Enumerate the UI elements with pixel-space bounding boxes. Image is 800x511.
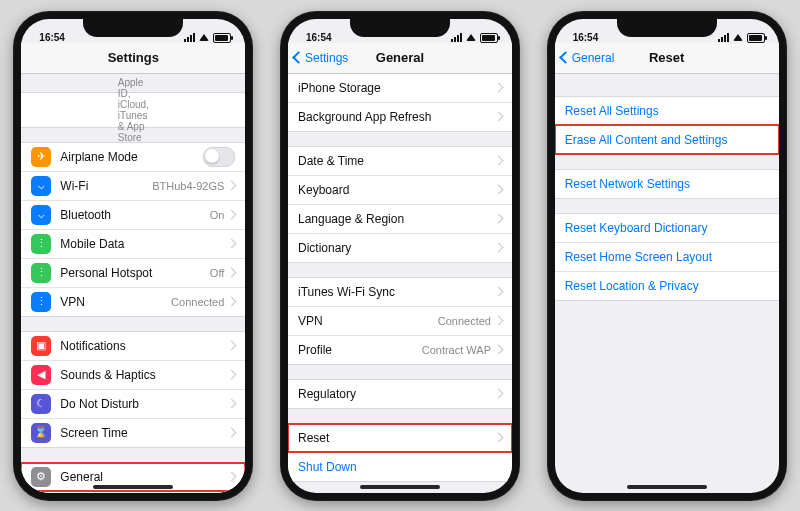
row-reset-network-settings[interactable]: Reset Network Settings [555, 170, 779, 198]
nav-bar: General Reset [555, 43, 779, 74]
row-value: Off [210, 267, 224, 279]
status-time: 16:54 [306, 32, 332, 43]
battery-icon [747, 33, 765, 43]
row-general[interactable]: ⚙General [21, 463, 245, 491]
row-mobile-data[interactable]: ⋮Mobile Data [21, 229, 245, 258]
chevron-left-icon [559, 51, 572, 64]
shut-down-row[interactable]: Shut Down [288, 453, 512, 481]
row-keyboard[interactable]: Keyboard [288, 175, 512, 204]
reset-list[interactable]: Reset All SettingsErase All Content and … [555, 74, 779, 493]
row-background-app-refresh[interactable]: Background App Refresh [288, 102, 512, 131]
chevron-right-icon [227, 181, 237, 191]
chevron-right-icon [227, 399, 237, 409]
row-label: Keyboard [298, 183, 495, 197]
nav-bar: Settings [21, 43, 245, 74]
row-profile[interactable]: ProfileContract WAP [288, 335, 512, 364]
page-title: Settings [108, 50, 159, 65]
general-icon: ⚙ [31, 467, 51, 487]
status-time: 16:54 [573, 32, 599, 43]
back-label: Settings [305, 51, 348, 65]
chevron-right-icon [227, 297, 237, 307]
regulatory-group: Regulatory [288, 379, 512, 409]
iphone-frame-2: 16:54 Settings General iPhone StorageBac… [280, 11, 520, 501]
row-reset-location-privacy[interactable]: Reset Location & Privacy [555, 271, 779, 300]
row-screen-time[interactable]: ⌛Screen Time [21, 418, 245, 447]
row-language-region[interactable]: Language & Region [288, 204, 512, 233]
chevron-right-icon [227, 268, 237, 278]
row-value: Contract WAP [422, 344, 491, 356]
chevron-right-icon [494, 345, 504, 355]
row-label: Profile [298, 343, 422, 357]
alerts-group: ▣Notifications◀Sounds & Haptics☾Do Not D… [21, 331, 245, 448]
back-button[interactable]: Settings [294, 43, 348, 73]
home-indicator[interactable] [627, 485, 707, 489]
chevron-right-icon [227, 472, 237, 482]
notify-icon: ▣ [31, 336, 51, 356]
dnd-icon: ☾ [31, 394, 51, 414]
home-indicator[interactable] [360, 485, 440, 489]
row-sounds-haptics[interactable]: ◀Sounds & Haptics [21, 360, 245, 389]
general-list[interactable]: iPhone StorageBackground App Refresh Dat… [288, 74, 512, 493]
row-date-time[interactable]: Date & Time [288, 147, 512, 175]
row-regulatory[interactable]: Regulatory [288, 380, 512, 408]
row-label: Background App Refresh [298, 110, 495, 124]
row-label: Airplane Mode [60, 150, 203, 164]
back-label: General [572, 51, 615, 65]
apple-id-row[interactable]: Apple ID, iCloud, iTunes & App Store [21, 93, 245, 127]
battery-icon [213, 33, 231, 43]
row-bluetooth[interactable]: ⌵BluetoothOn [21, 200, 245, 229]
wifi-icon: ⌵ [31, 176, 51, 196]
chevron-right-icon [227, 428, 237, 438]
settings-list[interactable]: Apple ID, iCloud, iTunes & App Store ✈Ai… [21, 74, 245, 493]
signal-icon [451, 33, 462, 42]
row-vpn[interactable]: VPNConnected [288, 306, 512, 335]
notch [83, 19, 183, 37]
wifi-icon [466, 34, 476, 41]
row-do-not-disturb[interactable]: ☾Do Not Disturb [21, 389, 245, 418]
row-label: Language & Region [298, 212, 495, 226]
iphone-frame-3: 16:54 General Reset Reset All SettingsEr… [547, 11, 787, 501]
vpn-icon: ⋮ [31, 292, 51, 312]
row-reset-keyboard-dictionary[interactable]: Reset Keyboard Dictionary [555, 214, 779, 242]
toggle[interactable] [203, 147, 235, 167]
battery-icon [480, 33, 498, 43]
row-label: Date & Time [298, 154, 495, 168]
sounds-icon: ◀ [31, 365, 51, 385]
row-personal-hotspot[interactable]: ⋮Personal HotspotOff [21, 258, 245, 287]
page-title: Reset [649, 50, 684, 65]
row-iphone-storage[interactable]: iPhone Storage [288, 74, 512, 102]
row-label: Screen Time [60, 426, 228, 440]
signal-icon [718, 33, 729, 42]
signal-icon [184, 33, 195, 42]
shutdown-group: Shut Down [288, 453, 512, 482]
row-wi-fi[interactable]: ⌵Wi-FiBTHub4-92GS [21, 171, 245, 200]
chevron-right-icon [227, 239, 237, 249]
row-reset[interactable]: Reset [288, 424, 512, 452]
row-reset-home-screen-layout[interactable]: Reset Home Screen Layout [555, 242, 779, 271]
row-label: Sounds & Haptics [60, 368, 228, 382]
hotspot-icon: ⋮ [31, 263, 51, 283]
row-value: BTHub4-92GS [152, 180, 224, 192]
reset-group: Reset [288, 423, 512, 453]
row-label: iTunes Wi-Fi Sync [298, 285, 495, 299]
row-dictionary[interactable]: Dictionary [288, 233, 512, 262]
apple-id-group: Apple ID, iCloud, iTunes & App Store [21, 92, 245, 128]
row-notifications[interactable]: ▣Notifications [21, 332, 245, 360]
screentime-icon: ⌛ [31, 423, 51, 443]
row-value: On [210, 209, 225, 221]
row-label: Reset Keyboard Dictionary [565, 221, 769, 235]
wifi-icon [733, 34, 743, 41]
row-reset-all-settings[interactable]: Reset All Settings [555, 97, 779, 125]
chevron-right-icon [494, 243, 504, 253]
row-itunes-wi-fi-sync[interactable]: iTunes Wi-Fi Sync [288, 278, 512, 306]
chevron-right-icon [494, 287, 504, 297]
row-control-centre[interactable]: ⊞Control Centre [21, 491, 245, 493]
row-airplane-mode[interactable]: ✈Airplane Mode [21, 143, 245, 171]
wifi-icon [199, 34, 209, 41]
row-vpn[interactable]: ⋮VPNConnected [21, 287, 245, 316]
back-button[interactable]: General [561, 43, 615, 73]
mobile-icon: ⋮ [31, 234, 51, 254]
storage-group: iPhone StorageBackground App Refresh [288, 74, 512, 132]
row-erase-all-content-and-settings[interactable]: Erase All Content and Settings [555, 125, 779, 154]
chevron-right-icon [227, 341, 237, 351]
